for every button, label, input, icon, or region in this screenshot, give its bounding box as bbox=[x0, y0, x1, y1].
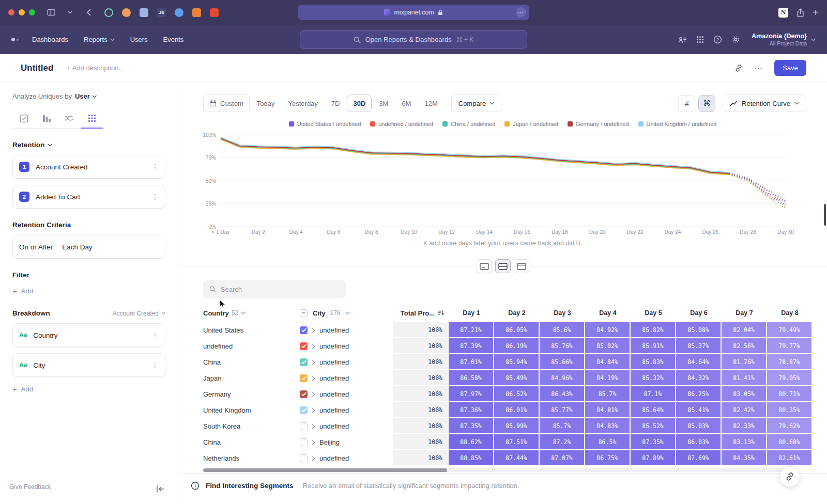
day-column-header[interactable]: Day 1 bbox=[449, 309, 494, 317]
shortcut-toggle-button[interactable]: ⌘ bbox=[698, 95, 715, 112]
address-bar[interactable]: mixpanel.com ⋯ bbox=[298, 5, 529, 20]
tab-retention[interactable] bbox=[81, 108, 103, 128]
save-button[interactable]: Save bbox=[774, 60, 806, 76]
copy-link-icon[interactable] bbox=[734, 64, 743, 72]
retention-cell[interactable]: 84.64% bbox=[676, 354, 722, 370]
annotations-toggle-button[interactable]: # bbox=[678, 95, 695, 112]
breakdown-card[interactable]: AaCountry⋮ bbox=[12, 323, 165, 347]
tab-funnels[interactable] bbox=[35, 108, 58, 128]
day-column-header[interactable]: Day 8 bbox=[767, 309, 813, 317]
retention-cell[interactable]: 80.71% bbox=[767, 386, 813, 402]
row-checkbox[interactable] bbox=[300, 422, 308, 430]
retention-cell[interactable]: 80.35% bbox=[767, 402, 813, 418]
retention-cell[interactable]: 87.44% bbox=[494, 450, 540, 466]
day-column-header[interactable]: Day 4 bbox=[585, 309, 631, 317]
row-checkbox[interactable] bbox=[300, 374, 308, 382]
retention-cell[interactable]: 87.36% bbox=[449, 402, 494, 418]
retention-cell[interactable]: 85.64% bbox=[631, 402, 676, 418]
day-column-header[interactable]: Day 7 bbox=[722, 309, 767, 317]
retention-cell[interactable]: 85.7% bbox=[585, 386, 631, 402]
retention-cell[interactable]: 85.7% bbox=[540, 418, 585, 434]
retention-cell[interactable]: 87.1% bbox=[631, 386, 676, 402]
page-options-icon[interactable]: ⋯ bbox=[516, 7, 526, 18]
retention-cell[interactable]: 86.43% bbox=[540, 386, 585, 402]
retention-step-card[interactable]: 1Account Created⋮ bbox=[12, 155, 165, 179]
back-icon[interactable] bbox=[82, 6, 95, 19]
row-checkbox[interactable] bbox=[300, 342, 308, 350]
legend-item[interactable]: undefined / undefined bbox=[370, 121, 433, 127]
row-expander-icon[interactable] bbox=[312, 376, 315, 381]
retention-cell[interactable]: 85.6% bbox=[540, 322, 585, 338]
retention-cell[interactable]: 84.96% bbox=[540, 370, 585, 386]
row-expander-icon[interactable] bbox=[312, 344, 315, 349]
retention-cell[interactable]: 82.61% bbox=[767, 450, 813, 466]
retention-cell[interactable]: 88.62% bbox=[449, 434, 494, 450]
mixpanel-logo[interactable] bbox=[11, 38, 19, 41]
retention-criteria-card[interactable]: On or After Each Day bbox=[12, 235, 165, 259]
notion-extension-icon[interactable]: N bbox=[778, 8, 788, 18]
criteria-each-day[interactable]: Each Day bbox=[62, 243, 93, 251]
user-profiles-icon[interactable] bbox=[678, 36, 687, 44]
row-checkbox[interactable] bbox=[300, 438, 308, 446]
retention-cell[interactable]: 85.37% bbox=[676, 338, 722, 354]
row-checkbox[interactable] bbox=[300, 326, 308, 334]
extension-cube[interactable] bbox=[140, 8, 148, 17]
global-search-button[interactable]: Open Reports & Dashboards ⌘ + K bbox=[300, 30, 527, 49]
day-column-header[interactable]: Day 6 bbox=[676, 309, 722, 317]
row-expander-icon[interactable] bbox=[312, 360, 315, 365]
help-icon[interactable]: ? bbox=[713, 35, 722, 44]
item-options-icon[interactable]: ⋮ bbox=[151, 193, 159, 201]
settings-gear-icon[interactable] bbox=[731, 35, 740, 44]
tab-flows[interactable] bbox=[58, 108, 81, 128]
chart-type-select[interactable]: Retention Curve bbox=[723, 94, 806, 112]
retention-cell[interactable]: 82.04% bbox=[722, 322, 767, 338]
vertical-scrollbar-thumb[interactable] bbox=[824, 204, 826, 226]
sidebar-toggle-icon[interactable] bbox=[44, 6, 58, 19]
row-expander-icon[interactable] bbox=[312, 328, 315, 333]
range-12m[interactable]: 12M bbox=[418, 94, 443, 112]
retention-cell[interactable]: 87.35% bbox=[449, 418, 494, 434]
search-input[interactable] bbox=[221, 286, 340, 293]
legend-item[interactable]: Germany / undefined bbox=[568, 121, 629, 127]
extension-orange-app[interactable] bbox=[192, 8, 201, 17]
country-cell[interactable]: South Korea bbox=[203, 418, 299, 434]
retention-cell[interactable]: 79.05% bbox=[767, 370, 813, 386]
retention-cell[interactable]: 87.07% bbox=[540, 450, 585, 466]
country-cell[interactable]: China bbox=[203, 354, 299, 370]
retention-cell[interactable]: 84.35% bbox=[722, 450, 767, 466]
range-6m[interactable]: 6M bbox=[395, 94, 417, 112]
retention-cell[interactable]: 85.49% bbox=[494, 370, 540, 386]
country-cell[interactable]: United Kingdom bbox=[203, 402, 299, 418]
retention-cell[interactable]: 87.51% bbox=[494, 434, 540, 450]
retention-cell[interactable]: 79.62% bbox=[767, 418, 813, 434]
traffic-light-close[interactable] bbox=[8, 9, 14, 15]
retention-cell[interactable]: 84.19% bbox=[585, 370, 631, 386]
retention-cell[interactable]: 84.83% bbox=[585, 418, 631, 434]
retention-cell[interactable]: 85.02% bbox=[585, 338, 631, 354]
segments-title[interactable]: Find Interesting Segments bbox=[206, 482, 294, 490]
retention-cell[interactable]: 85.41% bbox=[676, 402, 722, 418]
retention-cell[interactable]: 86.75% bbox=[585, 450, 631, 466]
day-column-header[interactable]: Day 5 bbox=[631, 309, 676, 317]
retention-cell[interactable]: 87.89% bbox=[631, 450, 676, 466]
retention-cell[interactable]: 84.92% bbox=[585, 322, 631, 338]
retention-cell[interactable]: 83.05% bbox=[722, 386, 767, 402]
retention-cell[interactable]: 86.05% bbox=[494, 322, 540, 338]
range-today[interactable]: Today bbox=[251, 94, 281, 112]
row-checkbox[interactable] bbox=[300, 358, 308, 366]
retention-cell[interactable]: 85.83% bbox=[631, 354, 676, 370]
retention-cell[interactable]: 85.91% bbox=[631, 338, 676, 354]
horizontal-scrollbar-thumb[interactable] bbox=[203, 468, 447, 472]
range-custom[interactable]: Custom bbox=[203, 94, 250, 112]
item-options-icon[interactable]: ⋮ bbox=[151, 331, 159, 339]
breakdown-card[interactable]: AaCity⋮ bbox=[12, 353, 165, 377]
retention-cell[interactable]: 86.58% bbox=[449, 370, 494, 386]
retention-cell[interactable]: 79.49% bbox=[767, 322, 813, 338]
range-30d[interactable]: 30D bbox=[347, 94, 372, 112]
new-tab-icon[interactable]: + bbox=[813, 7, 819, 18]
nav-item-reports[interactable]: Reports bbox=[84, 36, 115, 43]
retention-cell[interactable]: 87.97% bbox=[449, 386, 494, 402]
retention-cell[interactable]: 85.66% bbox=[540, 354, 585, 370]
row-expander-icon[interactable] bbox=[312, 408, 315, 413]
compare-button[interactable]: Compare bbox=[451, 94, 501, 112]
